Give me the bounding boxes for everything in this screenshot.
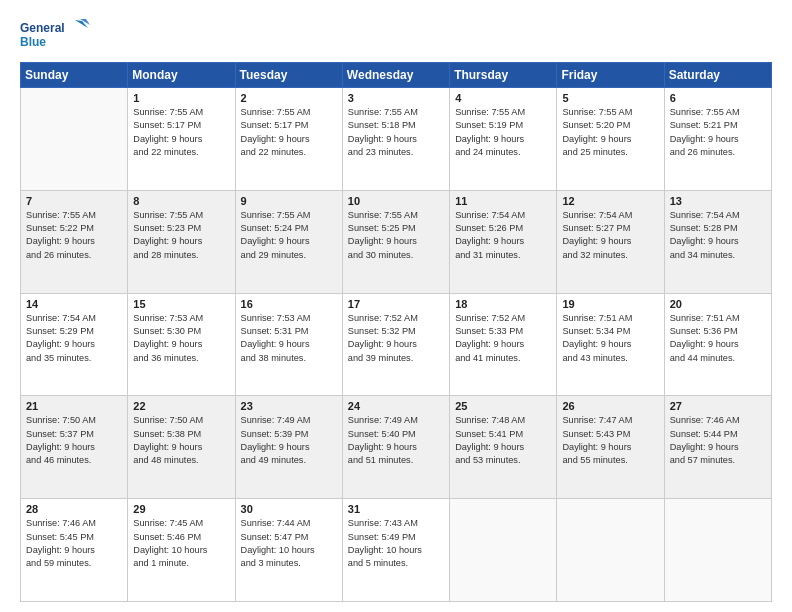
- day-number: 5: [562, 92, 658, 104]
- weekday-header: Saturday: [664, 63, 771, 88]
- day-number: 2: [241, 92, 337, 104]
- calendar-cell: 3Sunrise: 7:55 AM Sunset: 5:18 PM Daylig…: [342, 88, 449, 191]
- day-info: Sunrise: 7:44 AM Sunset: 5:47 PM Dayligh…: [241, 517, 337, 570]
- calendar-cell: 29Sunrise: 7:45 AM Sunset: 5:46 PM Dayli…: [128, 499, 235, 602]
- logo: General Blue: [20, 18, 90, 52]
- day-info: Sunrise: 7:55 AM Sunset: 5:25 PM Dayligh…: [348, 209, 444, 262]
- svg-text:General: General: [20, 21, 65, 35]
- day-info: Sunrise: 7:55 AM Sunset: 5:23 PM Dayligh…: [133, 209, 229, 262]
- logo-icon: General Blue: [20, 18, 90, 52]
- day-number: 8: [133, 195, 229, 207]
- day-number: 18: [455, 298, 551, 310]
- calendar-cell: [450, 499, 557, 602]
- svg-text:Blue: Blue: [20, 35, 46, 49]
- calendar-cell: 11Sunrise: 7:54 AM Sunset: 5:26 PM Dayli…: [450, 190, 557, 293]
- day-number: 7: [26, 195, 122, 207]
- day-info: Sunrise: 7:55 AM Sunset: 5:21 PM Dayligh…: [670, 106, 766, 159]
- header: General Blue: [20, 18, 772, 52]
- day-info: Sunrise: 7:55 AM Sunset: 5:18 PM Dayligh…: [348, 106, 444, 159]
- day-info: Sunrise: 7:48 AM Sunset: 5:41 PM Dayligh…: [455, 414, 551, 467]
- calendar-cell: 28Sunrise: 7:46 AM Sunset: 5:45 PM Dayli…: [21, 499, 128, 602]
- day-info: Sunrise: 7:50 AM Sunset: 5:38 PM Dayligh…: [133, 414, 229, 467]
- day-info: Sunrise: 7:55 AM Sunset: 5:17 PM Dayligh…: [241, 106, 337, 159]
- day-number: 24: [348, 400, 444, 412]
- day-info: Sunrise: 7:52 AM Sunset: 5:33 PM Dayligh…: [455, 312, 551, 365]
- day-number: 22: [133, 400, 229, 412]
- calendar-cell: 23Sunrise: 7:49 AM Sunset: 5:39 PM Dayli…: [235, 396, 342, 499]
- day-number: 10: [348, 195, 444, 207]
- weekday-header: Friday: [557, 63, 664, 88]
- calendar-cell: 4Sunrise: 7:55 AM Sunset: 5:19 PM Daylig…: [450, 88, 557, 191]
- calendar-cell: 6Sunrise: 7:55 AM Sunset: 5:21 PM Daylig…: [664, 88, 771, 191]
- day-info: Sunrise: 7:45 AM Sunset: 5:46 PM Dayligh…: [133, 517, 229, 570]
- weekday-header: Monday: [128, 63, 235, 88]
- day-info: Sunrise: 7:55 AM Sunset: 5:24 PM Dayligh…: [241, 209, 337, 262]
- day-info: Sunrise: 7:49 AM Sunset: 5:40 PM Dayligh…: [348, 414, 444, 467]
- calendar-cell: 27Sunrise: 7:46 AM Sunset: 5:44 PM Dayli…: [664, 396, 771, 499]
- day-number: 19: [562, 298, 658, 310]
- calendar-cell: 17Sunrise: 7:52 AM Sunset: 5:32 PM Dayli…: [342, 293, 449, 396]
- day-info: Sunrise: 7:55 AM Sunset: 5:19 PM Dayligh…: [455, 106, 551, 159]
- day-number: 27: [670, 400, 766, 412]
- day-info: Sunrise: 7:51 AM Sunset: 5:36 PM Dayligh…: [670, 312, 766, 365]
- day-number: 6: [670, 92, 766, 104]
- calendar-cell: 13Sunrise: 7:54 AM Sunset: 5:28 PM Dayli…: [664, 190, 771, 293]
- day-number: 30: [241, 503, 337, 515]
- weekday-header: Thursday: [450, 63, 557, 88]
- day-info: Sunrise: 7:54 AM Sunset: 5:28 PM Dayligh…: [670, 209, 766, 262]
- day-number: 29: [133, 503, 229, 515]
- day-info: Sunrise: 7:43 AM Sunset: 5:49 PM Dayligh…: [348, 517, 444, 570]
- day-info: Sunrise: 7:55 AM Sunset: 5:20 PM Dayligh…: [562, 106, 658, 159]
- day-number: 15: [133, 298, 229, 310]
- day-info: Sunrise: 7:49 AM Sunset: 5:39 PM Dayligh…: [241, 414, 337, 467]
- calendar-cell: 25Sunrise: 7:48 AM Sunset: 5:41 PM Dayli…: [450, 396, 557, 499]
- calendar-cell: 31Sunrise: 7:43 AM Sunset: 5:49 PM Dayli…: [342, 499, 449, 602]
- day-info: Sunrise: 7:54 AM Sunset: 5:26 PM Dayligh…: [455, 209, 551, 262]
- day-info: Sunrise: 7:54 AM Sunset: 5:27 PM Dayligh…: [562, 209, 658, 262]
- calendar-cell: 20Sunrise: 7:51 AM Sunset: 5:36 PM Dayli…: [664, 293, 771, 396]
- day-info: Sunrise: 7:46 AM Sunset: 5:45 PM Dayligh…: [26, 517, 122, 570]
- calendar-cell: 14Sunrise: 7:54 AM Sunset: 5:29 PM Dayli…: [21, 293, 128, 396]
- day-number: 23: [241, 400, 337, 412]
- calendar-cell: [557, 499, 664, 602]
- day-info: Sunrise: 7:52 AM Sunset: 5:32 PM Dayligh…: [348, 312, 444, 365]
- weekday-header: Sunday: [21, 63, 128, 88]
- day-info: Sunrise: 7:47 AM Sunset: 5:43 PM Dayligh…: [562, 414, 658, 467]
- calendar-cell: 15Sunrise: 7:53 AM Sunset: 5:30 PM Dayli…: [128, 293, 235, 396]
- weekday-header: Tuesday: [235, 63, 342, 88]
- day-number: 1: [133, 92, 229, 104]
- day-number: 12: [562, 195, 658, 207]
- calendar-cell: 10Sunrise: 7:55 AM Sunset: 5:25 PM Dayli…: [342, 190, 449, 293]
- day-info: Sunrise: 7:53 AM Sunset: 5:31 PM Dayligh…: [241, 312, 337, 365]
- day-info: Sunrise: 7:54 AM Sunset: 5:29 PM Dayligh…: [26, 312, 122, 365]
- day-info: Sunrise: 7:53 AM Sunset: 5:30 PM Dayligh…: [133, 312, 229, 365]
- calendar-cell: [21, 88, 128, 191]
- calendar-cell: 8Sunrise: 7:55 AM Sunset: 5:23 PM Daylig…: [128, 190, 235, 293]
- calendar-cell: 24Sunrise: 7:49 AM Sunset: 5:40 PM Dayli…: [342, 396, 449, 499]
- day-info: Sunrise: 7:51 AM Sunset: 5:34 PM Dayligh…: [562, 312, 658, 365]
- calendar-cell: 26Sunrise: 7:47 AM Sunset: 5:43 PM Dayli…: [557, 396, 664, 499]
- day-info: Sunrise: 7:50 AM Sunset: 5:37 PM Dayligh…: [26, 414, 122, 467]
- day-info: Sunrise: 7:46 AM Sunset: 5:44 PM Dayligh…: [670, 414, 766, 467]
- calendar-cell: 18Sunrise: 7:52 AM Sunset: 5:33 PM Dayli…: [450, 293, 557, 396]
- day-number: 17: [348, 298, 444, 310]
- day-number: 13: [670, 195, 766, 207]
- day-number: 26: [562, 400, 658, 412]
- day-number: 14: [26, 298, 122, 310]
- day-number: 16: [241, 298, 337, 310]
- day-number: 11: [455, 195, 551, 207]
- day-number: 31: [348, 503, 444, 515]
- day-info: Sunrise: 7:55 AM Sunset: 5:22 PM Dayligh…: [26, 209, 122, 262]
- day-number: 21: [26, 400, 122, 412]
- day-info: Sunrise: 7:55 AM Sunset: 5:17 PM Dayligh…: [133, 106, 229, 159]
- day-number: 28: [26, 503, 122, 515]
- day-number: 4: [455, 92, 551, 104]
- calendar-cell: 9Sunrise: 7:55 AM Sunset: 5:24 PM Daylig…: [235, 190, 342, 293]
- calendar-cell: 19Sunrise: 7:51 AM Sunset: 5:34 PM Dayli…: [557, 293, 664, 396]
- day-number: 3: [348, 92, 444, 104]
- calendar-cell: [664, 499, 771, 602]
- day-number: 25: [455, 400, 551, 412]
- calendar-table: SundayMondayTuesdayWednesdayThursdayFrid…: [20, 62, 772, 602]
- weekday-header: Wednesday: [342, 63, 449, 88]
- calendar-cell: 16Sunrise: 7:53 AM Sunset: 5:31 PM Dayli…: [235, 293, 342, 396]
